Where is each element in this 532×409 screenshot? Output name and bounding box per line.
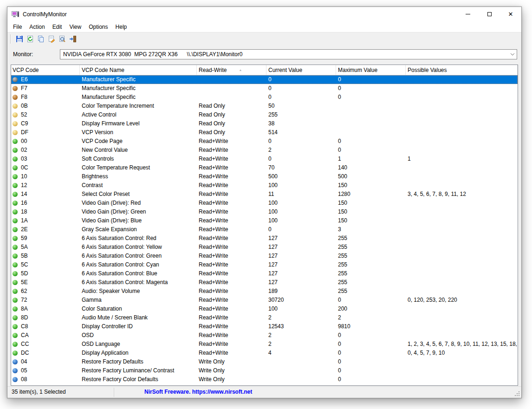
properties-button[interactable] <box>46 34 57 45</box>
cell-possible-values <box>406 375 518 384</box>
table-row[interactable]: 596 Axis Saturation Control: RedRead+Wri… <box>11 234 518 243</box>
cell-maximum-value: 150 <box>336 181 406 190</box>
table-row[interactable]: 62Audio: Speaker VolumeRead+Write189255 <box>11 287 518 296</box>
table-row[interactable]: E6Manufacturer Specific00 <box>11 75 518 84</box>
vcp-code-text: DF <box>21 128 28 137</box>
cell-vcp-code-name: Video Gain (Drive): Blue <box>80 216 197 225</box>
save-button[interactable] <box>14 34 25 45</box>
monitor-select-value: NVIDIA GeForce RTX 3080 MPG 272QR X36 \\… <box>60 51 508 58</box>
column-header-maximum-value[interactable]: Maximum Value <box>336 65 406 75</box>
table-row[interactable]: 0BColor Temperature IncrementRead Only50 <box>11 102 518 110</box>
table-row[interactable]: F7Manufacturer Specific00 <box>11 84 518 93</box>
refresh-button[interactable] <box>25 34 35 45</box>
table-row[interactable]: F8Manufacturer Specific00 <box>11 93 518 102</box>
cell-vcp-code-name: VCP Code Page <box>80 137 197 146</box>
table-row[interactable]: 08Restore Factory Color DefaultsWrite On… <box>11 375 518 384</box>
vcp-code-text: CA <box>21 331 29 340</box>
menu-action[interactable]: Action <box>26 22 48 32</box>
column-header-vcp-code-name[interactable]: VCP Code Name <box>80 65 197 75</box>
cell-maximum-value: 0 <box>336 146 406 155</box>
table-row[interactable]: 1AVideo Gain (Drive): BlueRead+Write1001… <box>11 216 518 225</box>
cell-vcp-code: 05 <box>11 366 80 375</box>
cell-current-value: 127 <box>266 234 336 243</box>
nirsoft-link[interactable]: NirSoft Freeware. https://www.nirsoft.ne… <box>144 389 252 395</box>
exit-button[interactable] <box>67 34 78 45</box>
table-row[interactable]: 8AColor SaturationRead+Write100200 <box>11 305 518 313</box>
table-row[interactable]: CAOSDRead+Write20 <box>11 331 518 340</box>
monitor-select[interactable]: NVIDIA GeForce RTX 3080 MPG 272QR X36 \\… <box>60 49 517 59</box>
chevron-down-icon[interactable] <box>508 50 517 59</box>
app-window: ControlMyMonitor ✕ FileActionEditViewOpt… <box>7 6 522 398</box>
cell-read-write: Read+Write <box>197 243 266 252</box>
table-row[interactable]: 10BrightnessRead+Write500500 <box>11 172 518 181</box>
cell-maximum-value: 150 <box>336 216 406 225</box>
table-row[interactable]: 00VCP Code PageRead+Write00 <box>11 137 518 146</box>
cell-maximum-value: 0 <box>336 357 406 366</box>
cell-vcp-code-name: Video Gain (Drive): Red <box>80 199 197 208</box>
column-header-possible-values[interactable]: Possible Values <box>406 65 518 75</box>
table-row[interactable]: 8DAudio Mute / Screen BlankRead+Write22 <box>11 313 518 322</box>
table-row[interactable]: 5B6 Axis Saturation Control: GreenRead+W… <box>11 252 518 260</box>
cell-maximum-value: 0 <box>336 366 406 375</box>
table-row[interactable]: 2EGray Scale ExpansionRead+Write03 <box>11 225 518 234</box>
table-row[interactable]: 12ContrastRead+Write100150 <box>11 181 518 190</box>
brown-status-dot-icon <box>13 95 18 100</box>
cell-vcp-code: 5C <box>11 260 80 269</box>
blue-status-dot-icon <box>13 359 18 364</box>
exit-icon <box>69 35 77 43</box>
menu-help[interactable]: Help <box>112 22 131 32</box>
menu-edit[interactable]: Edit <box>49 22 66 32</box>
green-status-dot-icon <box>13 165 18 170</box>
table-row[interactable]: DCDisplay ApplicationRead+Write400, 4, 5… <box>11 349 518 357</box>
table-row[interactable]: 5C6 Axis Saturation Control: CyanRead+Wr… <box>11 260 518 269</box>
cell-vcp-code: C9 <box>11 119 80 128</box>
column-header-read-write[interactable]: Read-Write▲ <box>197 65 266 75</box>
menu-file[interactable]: File <box>9 22 26 32</box>
cell-possible-values <box>406 119 518 128</box>
table-row[interactable]: 05Restore Factory Luminance/ ContrastWri… <box>11 366 518 375</box>
table-row[interactable]: 5E6 Axis Saturation Control: MagentaRead… <box>11 278 518 287</box>
cell-read-write: Write Only <box>197 366 266 375</box>
table-row[interactable]: C8Display Controller IDRead+Write1254398… <box>11 322 518 331</box>
vcp-listview: VCP CodeVCP Code NameRead-Write▲Current … <box>11 65 518 386</box>
table-row[interactable]: C9Display Firmware LevelRead Only38 <box>11 119 518 128</box>
cell-read-write: Read+Write <box>197 287 266 296</box>
resize-gripper[interactable] <box>514 390 519 396</box>
cell-vcp-code: 03 <box>11 155 80 163</box>
table-row[interactable]: 18Video Gain (Drive): GreenRead+Write100… <box>11 208 518 216</box>
table-row[interactable]: 04Restore Factory DefaultsWrite Only0 <box>11 357 518 366</box>
minimize-icon <box>466 14 470 14</box>
table-row[interactable]: DFVCP VersionRead Only514 <box>11 128 518 137</box>
column-header-current-value[interactable]: Current Value <box>266 65 336 75</box>
menu-view[interactable]: View <box>65 22 85 32</box>
cell-vcp-code-name: 6 Axis Saturation Control: Cyan <box>80 260 197 269</box>
cell-possible-values <box>406 93 518 102</box>
cell-read-write: Read+Write <box>197 199 266 208</box>
cell-vcp-code-name: New Control Value <box>80 146 197 155</box>
table-row[interactable]: 02New Control ValueRead+Write20 <box>11 146 518 155</box>
cell-possible-values: 1 <box>406 155 518 163</box>
menu-options[interactable]: Options <box>85 22 111 32</box>
table-row[interactable]: 03Soft ControlsRead+Write011 <box>11 155 518 163</box>
cell-maximum-value: 1 <box>336 155 406 163</box>
table-row[interactable]: 72GammaRead+Write3072000, 120, 253, 20, … <box>11 296 518 305</box>
title-bar[interactable]: ControlMyMonitor ✕ <box>7 7 521 22</box>
copy-button[interactable] <box>35 34 46 45</box>
table-row[interactable]: 16Video Gain (Drive): RedRead+Write10015… <box>11 199 518 208</box>
cell-vcp-code-name: VCP Version <box>80 128 197 137</box>
table-row[interactable]: 52Active ControlRead Only255 <box>11 110 518 119</box>
table-row[interactable]: 5A6 Axis Saturation Control: YellowRead+… <box>11 243 518 252</box>
close-button[interactable]: ✕ <box>500 7 521 21</box>
find-button[interactable] <box>57 34 67 45</box>
cell-vcp-code: 52 <box>11 110 80 119</box>
minimize-button[interactable] <box>457 7 479 21</box>
table-row[interactable]: 14Select Color PresetRead+Write1112803, … <box>11 190 518 199</box>
maximize-button[interactable] <box>479 7 500 21</box>
table-row[interactable]: 5D6 Axis Saturation Control: BlueRead+Wr… <box>11 269 518 278</box>
cell-current-value: 0 <box>266 93 336 102</box>
table-row[interactable]: CCOSD LanguageRead+Write201, 2, 3, 4, 5,… <box>11 340 518 349</box>
vcp-code-text: 16 <box>21 199 27 208</box>
cell-current-value: 127 <box>266 260 336 269</box>
column-header-vcp-code[interactable]: VCP Code <box>11 65 80 75</box>
table-row[interactable]: 0CColor Temperature RequestRead+Write701… <box>11 163 518 172</box>
